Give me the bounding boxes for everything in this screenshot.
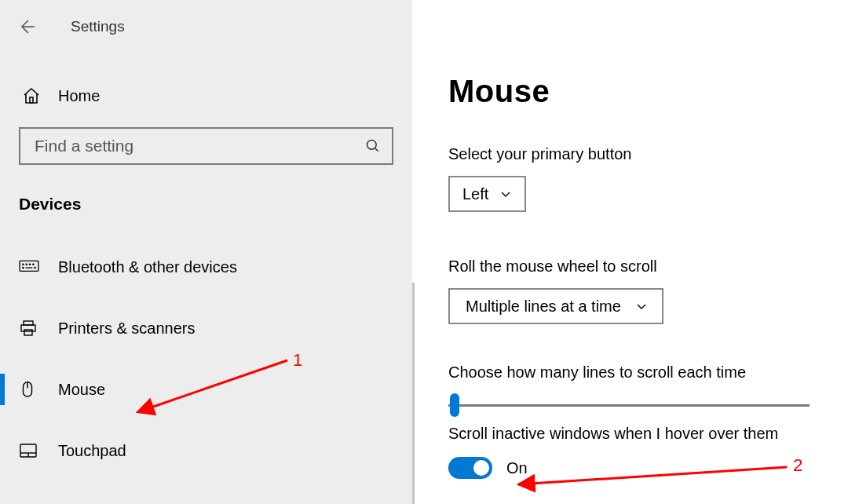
page-title: Mouse [448,74,817,109]
svg-rect-4 [20,261,38,271]
svg-point-2 [367,141,377,150]
sidebar-item-mouse[interactable]: Mouse [0,364,412,415]
scrollbar[interactable] [412,283,415,504]
search-icon [365,137,382,155]
printer-icon [19,319,42,338]
sidebar-item-printers[interactable]: Printers & scanners [0,303,412,353]
lines-slider[interactable] [448,397,810,400]
main-content: Mouse Select your primary button Left Ro… [412,0,848,504]
nav-label: Mouse [58,381,105,399]
home-icon [22,86,42,105]
toggle-state-label: On [506,459,528,477]
chevron-down-icon [635,299,649,313]
roll-select[interactable]: Multiple lines at a time [448,288,663,324]
sidebar-item-bluetooth[interactable]: Bluetooth & other devices [0,242,412,292]
select-value: Left [462,185,488,203]
primary-button-label: Select your primary button [448,145,817,163]
mouse-icon [19,380,42,399]
nav-label: Printers & scanners [58,320,196,338]
slider-track [448,404,810,407]
sidebar-item-home[interactable]: Home [0,86,412,105]
search-row: Find a setting [0,127,412,165]
hover-toggle[interactable] [448,457,492,479]
header-row: Settings [0,0,412,39]
toggle-knob [473,460,489,476]
sidebar-nav: Bluetooth & other devices Printers & sca… [0,242,412,476]
sidebar-item-touchpad[interactable]: Touchpad [0,425,412,476]
svg-point-7 [29,264,30,265]
primary-button-select[interactable]: Left [448,176,526,212]
window-title: Settings [71,18,125,35]
home-label: Home [58,87,100,105]
svg-point-8 [33,264,34,265]
slider-thumb[interactable] [450,393,459,417]
annotation-label-1: 1 [293,350,302,371]
nav-label: Bluetooth & other devices [58,258,237,276]
sidebar: Settings Home Find a setting Devices [0,0,412,504]
search-input[interactable]: Find a setting [19,127,393,165]
touchpad-icon [19,443,42,458]
svg-line-3 [375,148,378,152]
svg-point-6 [26,264,27,265]
annotation-label-2: 2 [793,455,802,476]
search-placeholder: Find a setting [35,137,133,155]
svg-point-9 [23,267,24,268]
nav-label: Touchpad [58,442,126,460]
svg-rect-13 [21,325,35,331]
back-icon[interactable] [17,14,47,39]
select-value: Multiple lines at a time [466,298,621,316]
svg-rect-12 [24,321,33,325]
hover-label: Scroll inactive windows when I hover ove… [448,425,817,443]
roll-label: Roll the mouse wheel to scroll [448,257,817,276]
hover-toggle-row: On [448,457,817,479]
sidebar-section-header: Devices [0,195,412,214]
svg-point-10 [35,267,35,268]
svg-rect-1 [30,97,33,103]
svg-rect-14 [24,330,32,335]
lines-label: Choose how many lines to scroll each tim… [448,363,817,382]
svg-point-5 [23,264,24,265]
chevron-down-icon [499,187,514,201]
keyboard-icon [19,260,42,274]
